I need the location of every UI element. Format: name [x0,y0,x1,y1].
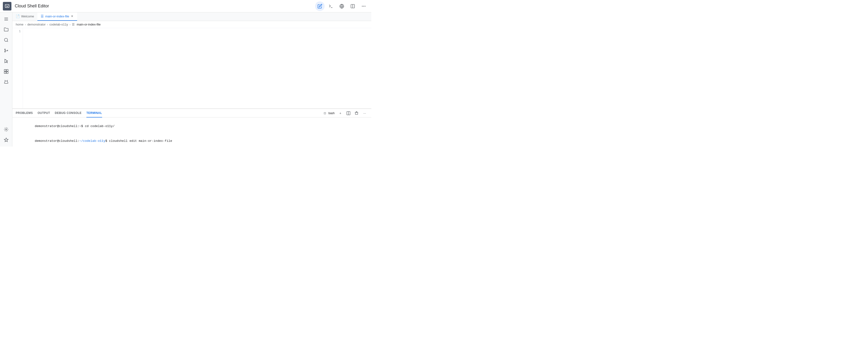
editor-area: 1 [12,28,371,109]
terminal-icon: ⊡ [324,112,326,115]
terminal-line-2: demonstrator@cloudshell:~/codelab-o11y$ … [16,134,368,147]
topbar: Cloud Shell Editor [0,0,371,12]
panel-tab-output[interactable]: OUTPUT [38,109,50,117]
terminal-line-1: demonstrator@cloudshell:~$ cd codelab-o1… [16,119,368,134]
breadcrumb: home › demonstrator › codelab-o11y › ☰ m… [12,21,371,28]
breadcrumb-current: main-or-index-file [76,23,100,26]
editor-content[interactable] [23,28,371,109]
sidebar [0,12,12,147]
svg-marker-26 [4,138,8,142]
svg-line-13 [7,41,8,42]
svg-rect-30 [356,112,357,113]
svg-point-25 [5,129,7,130]
tabs-bar: 📄 Welcome ☰ main-or-index-file ✕ [12,12,371,21]
kill-terminal-button[interactable] [353,110,360,117]
panel-tabs: PROBLEMS OUTPUT DEBUG CONSOLE TERMINAL ⊡… [12,109,371,117]
sidebar-item-source-control[interactable] [1,46,11,55]
sidebar-item-remote[interactable] [1,125,11,134]
preview-button[interactable] [337,1,346,11]
breadcrumb-demonstrator[interactable]: demonstrator [27,23,46,26]
app-title: Cloud Shell Editor [15,4,315,8]
tab-main-or-index-file[interactable]: ☰ main-or-index-file ✕ [37,12,77,21]
svg-rect-0 [5,4,9,7]
topbar-actions [315,1,368,11]
terminal-button[interactable] [326,1,336,11]
edit-button[interactable] [315,1,324,11]
svg-point-6 [362,6,363,6]
sidebar-item-run[interactable] [1,56,11,66]
more-button[interactable] [359,1,368,11]
tab-file-label: main-or-index-file [45,15,69,18]
add-terminal-button[interactable]: + [337,110,344,117]
svg-rect-23 [6,72,8,74]
svg-point-7 [363,6,364,6]
sidebar-item-extensions[interactable] [1,67,11,76]
sidebar-item-ai[interactable] [1,135,11,145]
sidebar-item-explorer[interactable] [1,25,11,34]
svg-point-12 [4,38,7,41]
app-logo [3,2,11,10]
line-number-1: 1 [12,30,21,33]
terminal-area[interactable]: demonstrator@cloudshell:~$ cd codelab-o1… [12,117,371,147]
more-terminal-button[interactable]: ··· [361,110,368,117]
svg-rect-21 [6,69,8,72]
svg-point-16 [7,50,8,51]
split-button[interactable] [348,1,358,11]
welcome-tab-icon: 📄 [16,14,20,18]
terminal-label: bash [329,112,335,115]
split-terminal-button[interactable] [345,110,352,117]
breadcrumb-codelab[interactable]: codelab-o11y [50,23,68,26]
line-numbers: 1 [12,28,23,109]
bottom-panel: PROBLEMS OUTPUT DEBUG CONSOLE TERMINAL ⊡… [12,109,371,147]
svg-point-15 [4,51,5,52]
panel-tab-actions: ⊡ bash + [324,110,368,117]
sidebar-item-menu[interactable] [1,14,11,24]
sidebar-item-search[interactable] [1,35,11,45]
svg-point-8 [365,6,365,6]
breadcrumb-home[interactable]: home [16,23,24,26]
breadcrumb-file-icon: ☰ [72,23,75,26]
content-area: 📄 Welcome ☰ main-or-index-file ✕ home › … [12,12,371,147]
svg-rect-20 [4,69,6,72]
tab-close-button[interactable]: ✕ [70,14,74,18]
file-tab-icon: ☰ [41,14,44,18]
main-layout: 📄 Welcome ☰ main-or-index-file ✕ home › … [0,12,371,147]
panel-tab-problems[interactable]: PROBLEMS [16,109,33,117]
sidebar-item-testing[interactable] [1,77,11,87]
panel-tab-terminal[interactable]: TERMINAL [86,109,102,117]
svg-rect-22 [4,72,6,74]
panel-tab-debug-console[interactable]: DEBUG CONSOLE [55,109,82,117]
tab-welcome-label: Welcome [21,15,34,18]
svg-point-14 [4,49,5,50]
tab-welcome[interactable]: 📄 Welcome [12,12,37,21]
